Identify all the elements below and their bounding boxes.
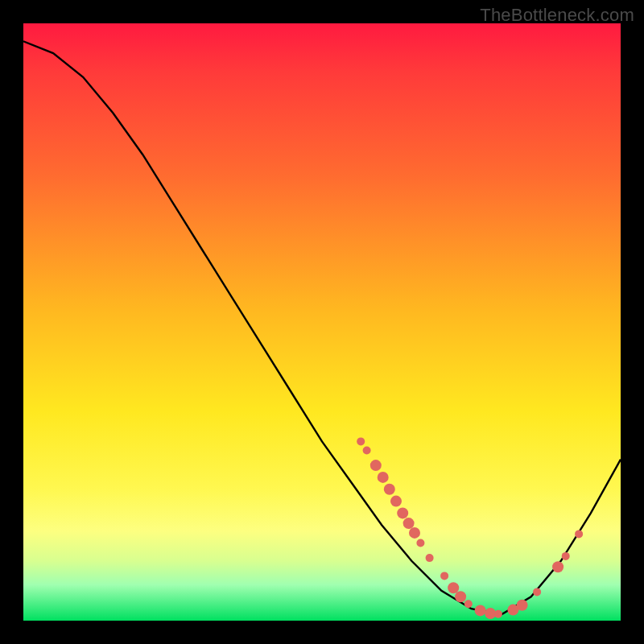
data-marker [357, 437, 365, 445]
data-marker [517, 600, 528, 611]
data-marker [384, 484, 395, 495]
data-markers [357, 437, 583, 619]
data-marker [562, 552, 570, 560]
data-marker [448, 582, 459, 593]
data-marker [494, 610, 502, 618]
bottleneck-curve-plot [23, 23, 621, 621]
data-marker [397, 507, 408, 518]
data-marker [475, 605, 486, 616]
watermark-text: TheBottleneck.com [480, 5, 634, 26]
data-marker [464, 600, 473, 608]
data-marker [426, 554, 434, 562]
chart-area [23, 23, 621, 621]
data-marker [370, 460, 382, 471]
curve-line [23, 41, 621, 614]
data-marker [552, 561, 564, 572]
data-marker [403, 518, 415, 529]
data-marker [533, 588, 541, 596]
data-marker [416, 539, 424, 547]
data-marker [455, 591, 466, 602]
data-marker [409, 527, 420, 539]
data-marker [440, 572, 448, 580]
data-marker [575, 530, 583, 538]
data-marker [390, 496, 402, 507]
data-marker [378, 472, 389, 483]
data-marker [363, 447, 371, 455]
